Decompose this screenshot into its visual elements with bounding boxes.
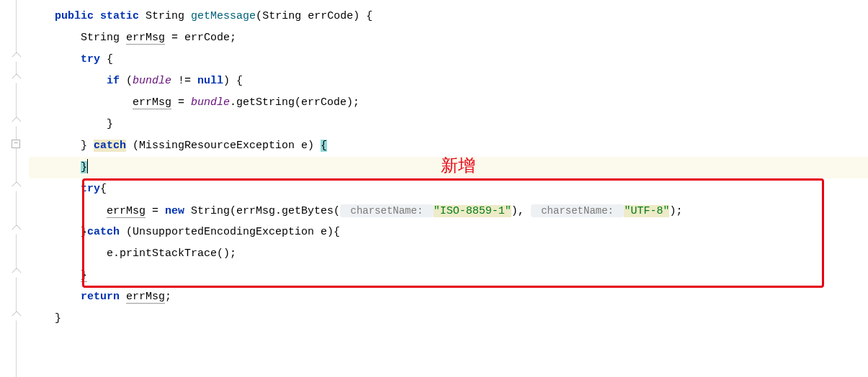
keyword-try: try [81,53,100,65]
code-text: (UnsupportedEncodingException e){ [120,226,340,238]
code-text: { [100,53,113,65]
code-text: e.printStackTrace(); [107,247,236,260]
code-line[interactable]: try { [29,49,868,71]
code-line[interactable]: public static String getMessage(String e… [29,6,868,27]
fold-collapse-icon[interactable]: − [12,140,20,148]
code-text: = [171,96,191,109]
keyword-static: static [100,10,139,22]
type-string: String [81,32,120,44]
code-text: ); [669,205,682,217]
code-text: (MissingResourceException e) [126,140,321,152]
code-text: } [81,269,87,282]
method-name: getMessage [191,10,256,22]
string-literal-iso: "ISO-8859-1" [434,205,511,217]
keyword-catch: catch [94,140,126,152]
code-text: ( [120,75,133,87]
code-text [120,291,126,303]
keyword-public: public [55,10,94,22]
code-text: = errCode; [165,32,236,44]
code-text: = [146,205,165,217]
code-line[interactable]: return errMsg; [29,286,868,308]
code-text: .getString(errCode); [230,96,359,109]
code-line[interactable]: }catch (UnsupportedEncodingException e){ [29,222,868,243]
type-string: String [146,10,184,22]
variable-errmsg: errMsg [107,205,146,218]
fold-marker[interactable] [12,117,22,127]
code-line[interactable]: errMsg = new String(errMsg.getBytes( cha… [29,200,868,222]
code-text: { [100,183,107,195]
fold-marker[interactable] [12,181,22,191]
code-line[interactable]: try{ [29,178,868,200]
text-caret [87,159,88,173]
code-line[interactable]: String errMsg = errCode; [29,27,868,49]
keyword-return: return [81,291,120,303]
code-line[interactable]: } [29,114,868,135]
variable-errmsg: errMsg [126,291,165,304]
matched-brace: { [321,140,327,152]
fold-marker[interactable] [12,224,22,235]
code-text: != [171,75,197,87]
keyword-try: try [81,183,100,195]
string-literal-utf8: "UTF-8" [624,205,669,217]
code-line[interactable]: errMsg = bundle.getString(errCode); [29,92,868,114]
keyword-if: if [107,75,120,87]
field-bundle: bundle [191,96,230,109]
code-text: ) { [223,75,243,87]
param-name: errCode [308,10,353,22]
code-text: } [107,118,113,130]
editor-gutter[interactable]: − [0,0,29,377]
code-line[interactable]: } [29,265,868,286]
code-text: String(errMsg.getBytes( [184,205,340,217]
code-text: ) { [353,10,372,22]
matched-brace: } [81,161,87,173]
inlay-hint-charsetname: charsetName: [531,204,625,217]
code-text: } [55,312,61,324]
code-text: } [81,226,87,238]
fold-marker[interactable] [12,52,22,62]
code-text: } [81,140,94,152]
fold-marker[interactable] [12,73,22,83]
inlay-hint-charsetname: charsetName: [340,204,434,217]
keyword-catch: catch [87,226,120,238]
code-text: ; [165,291,171,303]
field-bundle: bundle [133,75,171,87]
code-text: ), [511,205,524,217]
param-type: String [262,10,301,22]
fold-marker[interactable] [12,268,22,278]
code-line[interactable]: if (bundle != null) { [29,71,868,92]
code-line[interactable]: } [29,308,868,330]
code-line[interactable]: e.printStackTrace(); [29,243,868,265]
keyword-null: null [197,75,223,87]
variable-errmsg: errMsg [133,96,171,109]
annotation-label-new: 新增 [441,154,475,177]
keyword-new: new [165,205,184,217]
variable-errmsg: errMsg [126,32,165,45]
fold-marker[interactable] [12,311,22,321]
